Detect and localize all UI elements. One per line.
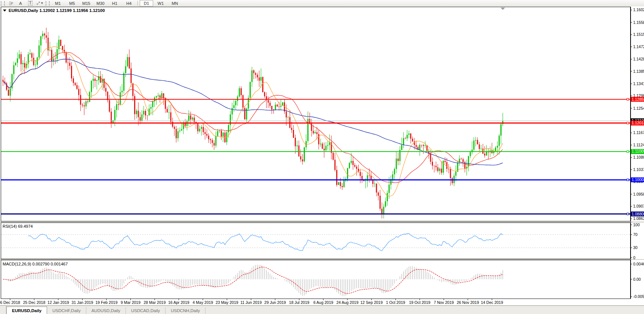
timeframe-d1-button[interactable]: D1 xyxy=(140,0,153,6)
svg-text:14 Dec 2019: 14 Dec 2019 xyxy=(481,300,503,305)
svg-text:26 Nov 2019: 26 Nov 2019 xyxy=(457,300,479,305)
arrows-icon: ⤢ xyxy=(37,1,40,6)
chevron-down-icon: ▼ xyxy=(40,1,43,5)
svg-text:25 Dec 2018: 25 Dec 2018 xyxy=(23,300,46,305)
text-tool-button[interactable]: A xyxy=(16,0,25,6)
arrows-tool-button[interactable]: ⤢ ▼ xyxy=(35,0,45,6)
timeframe-m30-button[interactable]: M30 xyxy=(94,0,107,6)
rsi-label: RSI(14) 69.4974 xyxy=(3,224,33,228)
svg-text:1.12540: 1.12540 xyxy=(633,106,644,111)
svg-text:19 Oct 2019: 19 Oct 2019 xyxy=(409,300,430,305)
svg-text:4 May 2019: 4 May 2019 xyxy=(193,300,213,305)
svg-text:31 Jan 2019: 31 Jan 2019 xyxy=(72,300,93,305)
timeframe-h4-button[interactable]: H4 xyxy=(122,0,136,6)
svg-text:1.09070: 1.09070 xyxy=(633,204,644,208)
svg-text:19 Feb 2019: 19 Feb 2019 xyxy=(96,300,118,305)
svg-text:1.11670: 1.11670 xyxy=(633,130,644,135)
panel-separator[interactable] xyxy=(0,222,644,223)
svg-text:12 Jan 2019: 12 Jan 2019 xyxy=(47,300,69,305)
svg-text:1.11240: 1.11240 xyxy=(633,143,644,147)
fibonacci-tool-button[interactable]: ⣿F xyxy=(6,0,16,6)
svg-text:29 Jun 2019: 29 Jun 2019 xyxy=(264,300,286,305)
svg-text:1.13850: 1.13850 xyxy=(633,69,644,74)
svg-text:0.00: 0.00 xyxy=(633,277,641,282)
timeframe-m15-button[interactable]: M15 xyxy=(80,0,93,6)
chart-canvas[interactable]: 1.160201.155801.151501.147201.142801.138… xyxy=(0,6,644,305)
svg-text:18 Jul 2019: 18 Jul 2019 xyxy=(289,300,309,305)
svg-text:1.12859: 1.12859 xyxy=(632,97,644,102)
tab-usdcnh-daily[interactable]: USDCNH,Daily xyxy=(165,307,205,314)
svg-text:0: 0 xyxy=(633,255,635,260)
line-handle[interactable] xyxy=(627,213,629,215)
label-tool-button[interactable]: T xyxy=(25,0,35,6)
svg-text:1.12018: 1.12018 xyxy=(632,121,644,125)
svg-text:1.16020: 1.16020 xyxy=(633,7,644,12)
line-handle[interactable] xyxy=(627,122,629,124)
svg-text:28 Mar 2019: 28 Mar 2019 xyxy=(144,300,166,305)
macd-label: MACD(12,26,9) 0.002790 0.001467 xyxy=(3,262,68,266)
date-axis[interactable]: 6 Dec 201825 Dec 201812 Jan 201931 Jan 2… xyxy=(0,299,503,305)
svg-text:-0.005299: -0.005299 xyxy=(633,294,644,299)
panel-separator[interactable] xyxy=(0,259,644,260)
chart-window: 1.160201.155801.151501.147201.142801.138… xyxy=(0,6,644,305)
tab-usdchf-daily[interactable]: USDCHF,Daily xyxy=(47,307,86,314)
svg-text:6 Aug 2019: 6 Aug 2019 xyxy=(313,300,333,305)
svg-text:23 May 2019: 23 May 2019 xyxy=(216,300,238,305)
text-icon: A xyxy=(19,1,22,6)
chart-tab-bar: EURUSD,Daily USDCHF,Daily AUDUSD,Daily U… xyxy=(0,305,644,314)
line-handle[interactable] xyxy=(627,179,629,181)
svg-text:100: 100 xyxy=(633,223,640,227)
toolbar: ⣿F A T ⤢ ▼ M1 M5 M15 M30 H1 H4 D1 W1 MN xyxy=(0,0,644,7)
svg-text:1.13410: 1.13410 xyxy=(633,81,644,86)
svg-text:1.14720: 1.14720 xyxy=(633,44,644,49)
svg-text:1 Oct 2019: 1 Oct 2019 xyxy=(386,300,405,305)
timeframe-w1-button[interactable]: W1 xyxy=(154,0,167,6)
terminal-window: ⣿F A T ⤢ ▼ M1 M5 M15 M30 H1 H4 D1 W1 MN … xyxy=(0,0,644,314)
tab-eurusd-daily[interactable]: EURUSD,Daily xyxy=(6,307,47,314)
svg-text:16 Apr 2019: 16 Apr 2019 xyxy=(168,300,189,305)
svg-text:1.10370: 1.10370 xyxy=(633,167,644,172)
svg-text:6 Dec 2018: 6 Dec 2018 xyxy=(0,300,20,305)
svg-text:11 Jun 2019: 11 Jun 2019 xyxy=(240,300,261,305)
svg-text:1.15150: 1.15150 xyxy=(633,32,644,37)
tab-audusd-daily[interactable]: AUDUSD,Daily xyxy=(86,307,126,314)
svg-text:30: 30 xyxy=(633,245,638,250)
svg-text:1.15580: 1.15580 xyxy=(633,20,644,25)
svg-text:1.14280: 1.14280 xyxy=(633,57,644,61)
svg-text:24 Aug 2019: 24 Aug 2019 xyxy=(337,300,359,305)
svg-text:1.10008: 1.10008 xyxy=(632,177,644,182)
svg-text:12 Sep 2019: 12 Sep 2019 xyxy=(360,300,383,305)
tab-bar-lead xyxy=(0,306,6,314)
toolbar-grip[interactable] xyxy=(1,1,5,6)
price-axis[interactable]: 1.160201.155801.151501.147201.142801.138… xyxy=(631,7,644,299)
toolbar-grip[interactable] xyxy=(46,1,50,6)
timeframe-mn-button[interactable]: MN xyxy=(168,0,182,6)
svg-text:1.10800: 1.10800 xyxy=(633,155,644,159)
svg-text:1.11009: 1.11009 xyxy=(632,149,644,153)
svg-text:1.08800: 1.08800 xyxy=(632,212,644,216)
svg-text:0.00463: 0.00463 xyxy=(633,262,644,266)
toolbar-separator xyxy=(137,1,138,6)
svg-text:70: 70 xyxy=(633,232,638,237)
label-icon: T xyxy=(28,1,32,6)
svg-text:1.08630: 1.08630 xyxy=(633,216,644,221)
rsi-panel xyxy=(1,223,631,259)
main-panel xyxy=(1,7,631,221)
chart-title: EURUSD,Daily 1.12002 1.12199 1.11956 1.1… xyxy=(9,8,105,13)
timeframe-m1-button[interactable]: M1 xyxy=(51,0,65,6)
macd-panel xyxy=(1,260,631,299)
tab-usdcad-daily[interactable]: USDCAD,Daily xyxy=(126,307,165,314)
svg-text:7 Nov 2019: 7 Nov 2019 xyxy=(434,300,454,305)
timeframe-h1-button[interactable]: H1 xyxy=(108,0,121,6)
line-handle[interactable] xyxy=(627,150,629,152)
svg-text:9 Mar 2019: 9 Mar 2019 xyxy=(121,300,140,305)
timeframe-m5-button[interactable]: M5 xyxy=(65,0,79,6)
line-handle[interactable] xyxy=(627,99,629,100)
svg-text:1.09500: 1.09500 xyxy=(633,192,644,196)
